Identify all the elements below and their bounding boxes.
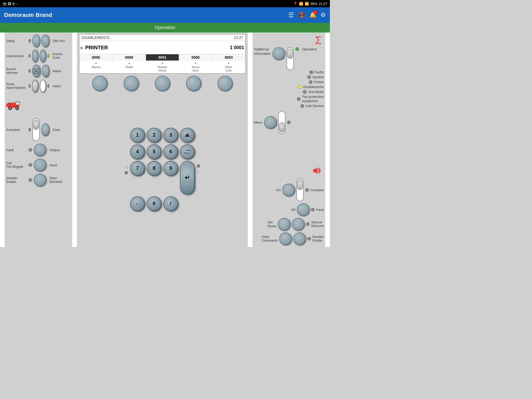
left-arrow-icon[interactable]: ◀: [124, 164, 128, 170]
callfire-label: CallFire Brigade: [6, 161, 27, 169]
othercmds-btn2[interactable]: [293, 232, 306, 245]
key-back[interactable]: ←: [130, 196, 145, 211]
counter-actuations[interactable]: 0000: [179, 54, 212, 61]
actuated-right-label: Zone: [52, 128, 71, 132]
fireprotection-dot: [297, 97, 301, 101]
buzzer-btn1[interactable]: [32, 65, 41, 77]
menu-slider[interactable]: [278, 111, 285, 134]
key-4[interactable]: 4: [130, 144, 145, 159]
left-panel: Delay Site Info Intervention AccessCode …: [5, 32, 72, 247]
key-slash[interactable]: /: [163, 196, 178, 211]
display-header: DISABLEMENTS 21:27: [79, 35, 245, 41]
reset-label: ResetAlarm/System: [6, 82, 27, 90]
testmode-dot: [303, 90, 307, 94]
left-nav: ◀: [124, 164, 128, 174]
delay-right-label: Site Info: [52, 39, 71, 43]
menu-btn[interactable]: [264, 116, 277, 129]
label-disablements: Disablements: [146, 65, 179, 73]
reset-btn1[interactable]: [32, 80, 38, 92]
delay-btn2[interactable]: [42, 35, 49, 47]
func-btn5[interactable]: [217, 76, 232, 91]
intervention-btn1[interactable]: [32, 50, 38, 62]
system-label: System: [312, 75, 324, 79]
additional-info-label: AdditionalInformation: [254, 47, 271, 56]
display-item: PRINTER: [85, 45, 230, 51]
intervention-row: Intervention AccessCode: [6, 50, 71, 62]
key-1[interactable]: 1: [130, 128, 145, 142]
counter-disablements[interactable]: 0001: [146, 54, 179, 61]
right-panel: Σ AdditionalInformation Operation Faults…: [252, 32, 325, 247]
reset-btn2[interactable]: [40, 80, 46, 92]
callfire-right-label: Input: [49, 163, 68, 167]
disable-enable-right: Disable/Enable: [312, 235, 324, 243]
system-dot: [307, 75, 311, 79]
svg-rect-10: [6, 104, 9, 107]
delay-btn1[interactable]: [32, 35, 40, 47]
buzzer-btn2[interactable]: [42, 65, 49, 77]
func-btn4[interactable]: [186, 76, 201, 91]
delay-label: Delay: [6, 39, 27, 43]
buzzer-indicator: [29, 69, 31, 73]
func-btn2[interactable]: [124, 76, 139, 91]
right-nav-dot: [197, 164, 200, 168]
app-title: Demoraum Brand: [4, 12, 288, 18]
off-label: Off: [291, 208, 295, 212]
actuated-slider[interactable]: [32, 118, 40, 141]
key-enter[interactable]: ↵: [180, 161, 195, 194]
on-label: On: [276, 188, 281, 192]
setreset-row: SetReset Silence/Resound: [254, 218, 324, 230]
label-other: OtherLists: [212, 65, 245, 73]
key-5[interactable]: 5: [147, 144, 161, 159]
off-row: Off Fault: [254, 203, 324, 216]
key-6[interactable]: 6: [163, 144, 178, 159]
actuated-btn[interactable]: [41, 123, 49, 136]
setreset-btn1[interactable]: [278, 218, 290, 230]
counter-labels: Alarms Faults Disablements Actuations Ot…: [79, 65, 245, 73]
counter-other[interactable]: 0003: [212, 54, 245, 61]
phone-icon[interactable]: 📵: [298, 12, 305, 18]
setreset-btn2[interactable]: [292, 218, 304, 230]
intervention-btn2[interactable]: [40, 50, 46, 62]
counter-faults[interactable]: 0000: [113, 54, 146, 61]
on-off-slider[interactable]: [296, 178, 304, 201]
speaker-section: [254, 166, 324, 176]
fault-btn[interactable]: [34, 144, 46, 156]
on-btn[interactable]: [282, 184, 295, 196]
notification-icon[interactable]: 🔔9+: [309, 12, 316, 18]
svg-point-7: [9, 107, 11, 109]
display-address: 1 0001: [230, 45, 244, 50]
buzzer-label: Buzzersilenced: [6, 67, 27, 75]
testmode-row: Test Mode: [254, 90, 324, 94]
settings-icon[interactable]: ⚙: [321, 12, 326, 18]
counter-arrow-row: ▲ ▲ ▲ ▲ ▲: [79, 61, 245, 65]
right-arrow-icon[interactable]: ▶: [197, 169, 200, 174]
key-switch[interactable]: [180, 144, 195, 159]
disable-btn[interactable]: [34, 174, 46, 186]
menu-icon[interactable]: ☰: [288, 11, 294, 19]
key-0[interactable]: 0: [147, 196, 161, 211]
fire-truck-icon: [6, 100, 24, 110]
on-row: On Actuated: [254, 178, 324, 201]
othercmds-btn1[interactable]: [279, 232, 292, 245]
fault-row: Fault Output: [6, 144, 71, 156]
key-up[interactable]: [180, 128, 195, 142]
menu-label: Menu: [254, 121, 263, 124]
fire-truck-section: [6, 100, 71, 111]
callfire-btn[interactable]: [34, 159, 46, 171]
additional-btn[interactable]: [272, 47, 285, 60]
counter-alarms[interactable]: 0000: [79, 54, 113, 61]
key-8[interactable]: 8: [147, 161, 161, 176]
callservice-label: Call Service: [306, 104, 324, 108]
key-2[interactable]: 2: [147, 128, 161, 142]
func-btn3[interactable]: [155, 76, 170, 91]
key-9[interactable]: 9: [163, 161, 178, 176]
key-7[interactable]: 7: [130, 161, 145, 176]
off-btn[interactable]: [297, 203, 309, 216]
testmode-label: Test Mode: [308, 90, 324, 94]
right-slider-top[interactable]: [287, 47, 294, 70]
clock: 21:27: [319, 2, 327, 6]
speaker-icon: [312, 166, 322, 175]
system-row: System: [254, 75, 324, 79]
key-3[interactable]: 3: [163, 128, 178, 142]
func-btn1[interactable]: [92, 76, 107, 91]
